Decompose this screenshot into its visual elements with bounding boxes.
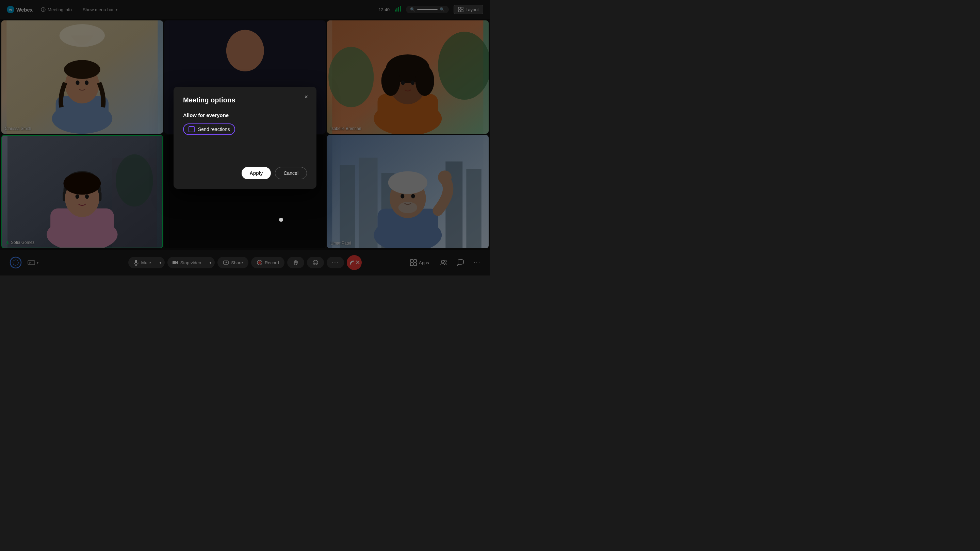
modal-title: Meeting options — [183, 96, 307, 104]
modal-section-label: Allow for everyone — [183, 112, 307, 118]
cancel-button[interactable]: Cancel — [275, 167, 307, 179]
send-reactions-checkbox[interactable] — [189, 126, 195, 132]
send-reactions-option[interactable]: Send reactions — [183, 124, 307, 135]
apply-button[interactable]: Apply — [242, 167, 271, 179]
meeting-options-modal: × Meeting options Allow for everyone Sen… — [173, 87, 317, 189]
modal-overlay: × Meeting options Allow for everyone Sen… — [0, 0, 490, 275]
modal-footer: Apply Cancel — [183, 153, 307, 179]
modal-close-button[interactable]: × — [301, 92, 311, 102]
send-reactions-label: Send reactions — [198, 127, 230, 132]
